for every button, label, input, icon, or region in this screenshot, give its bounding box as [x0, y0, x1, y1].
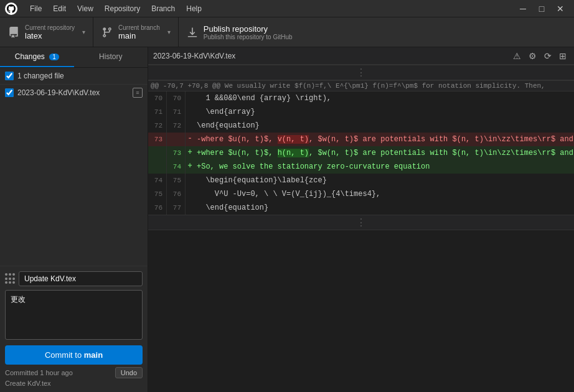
settings-icon[interactable]: ⚙: [526, 50, 539, 62]
diff-line-content: +So, we solve the stationary zero-curvat…: [194, 160, 574, 174]
repo-chevron-icon: ▾: [82, 29, 85, 35]
main-area: Changes 1 History 1 changed file 2023-06…: [0, 47, 574, 392]
publish-section[interactable]: Publish repository Publish this reposito…: [179, 17, 574, 47]
expand-down-row: ⋮: [148, 215, 574, 230]
diff-sign: [186, 119, 194, 133]
hunk-header: @@ -70,7 +70,8 @@ We usually write $f(n)…: [148, 80, 574, 91]
diff-line-74-added: 74 + +So, we solve the stationary zero-c…: [148, 160, 574, 174]
window-controls: ─ □ ✕: [514, 2, 569, 15]
publish-sub: Publish this repository to GitHub: [204, 34, 293, 40]
create-file-label: Create KdV.tex: [5, 378, 143, 387]
titlebar: File Edit View Repository Branch Help ─ …: [0, 0, 574, 17]
expand-down-button[interactable]: ⋮: [351, 215, 371, 230]
new-num: 76: [167, 187, 186, 201]
new-num: 71: [167, 105, 186, 119]
minimize-button[interactable]: ─: [514, 2, 532, 15]
repo-text: Current repository latex: [25, 24, 75, 40]
branch-name: main: [118, 31, 160, 40]
commit-summary-input[interactable]: [19, 271, 143, 286]
changed-files-label: 1 changed file: [17, 72, 143, 80]
new-num: 73: [167, 146, 186, 160]
undo-button[interactable]: Undo: [115, 367, 143, 378]
commit-description-input[interactable]: 更改: [5, 290, 143, 340]
changes-badge: 1: [49, 54, 59, 60]
warning-icon[interactable]: ⚠: [510, 50, 524, 62]
diff-line-content: \end{array}: [194, 105, 574, 119]
diff-line-content: -where $u(n, t)$, v(n, t), $w(n, t)$ are…: [194, 133, 574, 146]
old-num: [148, 146, 167, 160]
diff-sign: +: [186, 160, 194, 174]
committed-row: Committed 1 hour ago Undo: [5, 365, 143, 378]
branch-label: Current branch: [118, 24, 160, 31]
diff-header-actions: ⚠ ⚙ ⟳ ⊞: [510, 50, 569, 62]
menu-view[interactable]: View: [72, 3, 98, 14]
commit-button[interactable]: Commit to main: [5, 345, 143, 365]
expand-up-row: ⋮: [148, 65, 574, 80]
diff-line-content: V^U -Uv=0, \ \ V=(V_{ij})_{4\times4},: [194, 187, 574, 201]
diff-sign: [186, 187, 194, 201]
file-list-item[interactable]: 2023-06-19-KdV\KdV.tex ≡: [0, 85, 148, 101]
diff-line-75-76: 75 76 V^U -Uv=0, \ \ V=(V_{ij})_{4\times…: [148, 187, 574, 201]
refresh-icon[interactable]: ⟳: [542, 50, 554, 62]
old-num: 71: [148, 105, 167, 119]
file-action-icon[interactable]: ≡: [133, 88, 143, 98]
old-num: 75: [148, 187, 167, 201]
diff-sign: [186, 201, 194, 215]
tab-changes[interactable]: Changes 1: [0, 47, 74, 67]
diff-sign: +: [186, 146, 194, 160]
menu-help[interactable]: Help: [181, 3, 207, 14]
diff-line-74-75: 74 75 \begin{equation}\label{zce}: [148, 174, 574, 187]
new-num: 72: [167, 119, 186, 133]
commit-input-row: [5, 271, 143, 286]
repo-label: Current repository: [25, 24, 75, 31]
diff-header: 2023-06-19-KdV\KdV.tex ⚠ ⚙ ⟳ ⊞: [148, 47, 574, 65]
diff-filename: 2023-06-19-KdV\KdV.tex: [153, 52, 510, 60]
diff-line-73-removed: 73 - -where $u(n, t)$, v(n, t), $w(n, t)…: [148, 133, 574, 146]
new-num: 75: [167, 174, 186, 187]
new-num: [167, 133, 186, 146]
file-checkbox[interactable]: [5, 88, 14, 97]
tab-history[interactable]: History: [74, 47, 148, 67]
repo-icon: [7, 26, 20, 39]
close-button[interactable]: ✕: [552, 2, 569, 15]
sidebar-tabs: Changes 1 History: [0, 47, 148, 68]
diff-line-70: 70 70 1 &&0&0\end {array} \right),: [148, 91, 574, 105]
diff-line-71: 71 71 \end{array}: [148, 105, 574, 119]
diff-line-content: \end{equation}: [194, 119, 574, 133]
new-num: 70: [167, 91, 186, 105]
menu-branch[interactable]: Branch: [146, 3, 180, 14]
file-name: 2023-06-19-KdV\KdV.tex: [17, 88, 129, 97]
old-num: 76: [148, 201, 167, 215]
diff-sign: [186, 174, 194, 187]
diff-line-content: 1 &&0&0\end {array} \right),: [194, 91, 574, 105]
new-num: 74: [167, 160, 186, 174]
expand-up-button[interactable]: ⋮: [351, 65, 371, 80]
sidebar: Changes 1 History 1 changed file 2023-06…: [0, 47, 148, 392]
diff-sign: -: [186, 133, 194, 146]
new-num: 77: [167, 201, 186, 215]
diff-sign: [186, 105, 194, 119]
diff-line-72: 72 72 \end{equation}: [148, 119, 574, 133]
changed-files-header: 1 changed file: [0, 68, 148, 85]
maximize-button[interactable]: □: [533, 2, 550, 15]
commit-area: 更改 Commit to main Committed 1 hour ago U…: [0, 266, 148, 392]
select-all-checkbox[interactable]: [5, 72, 14, 80]
toolbar: Current repository latex ▾ Current branc…: [0, 17, 574, 47]
current-repo-section[interactable]: Current repository latex ▾: [0, 17, 93, 47]
diff-line-content: \end{equation}: [194, 201, 574, 215]
old-num: 72: [148, 119, 167, 133]
menu-edit[interactable]: Edit: [48, 3, 71, 14]
current-branch-section[interactable]: Current branch main ▾: [93, 17, 179, 47]
diff-line-content: \begin{equation}\label{zce}: [194, 174, 574, 187]
committed-label: Committed 1 hour ago: [5, 369, 73, 376]
menu-file[interactable]: File: [25, 3, 47, 14]
diff-content[interactable]: ⋮ @@ -70,7 +70,8 @@ We usually write $f(…: [148, 65, 574, 392]
diff-line-76-77: 76 77 \end{equation}: [148, 201, 574, 215]
diff-sign: [186, 91, 194, 105]
old-num: 74: [148, 174, 167, 187]
expand-icon[interactable]: ⊞: [557, 50, 569, 62]
diff-area: 2023-06-19-KdV\KdV.tex ⚠ ⚙ ⟳ ⊞ ⋮ @@ -70,…: [148, 47, 574, 392]
repo-name: latex: [25, 31, 75, 40]
old-num: 70: [148, 91, 167, 105]
menu-repository[interactable]: Repository: [100, 3, 145, 14]
